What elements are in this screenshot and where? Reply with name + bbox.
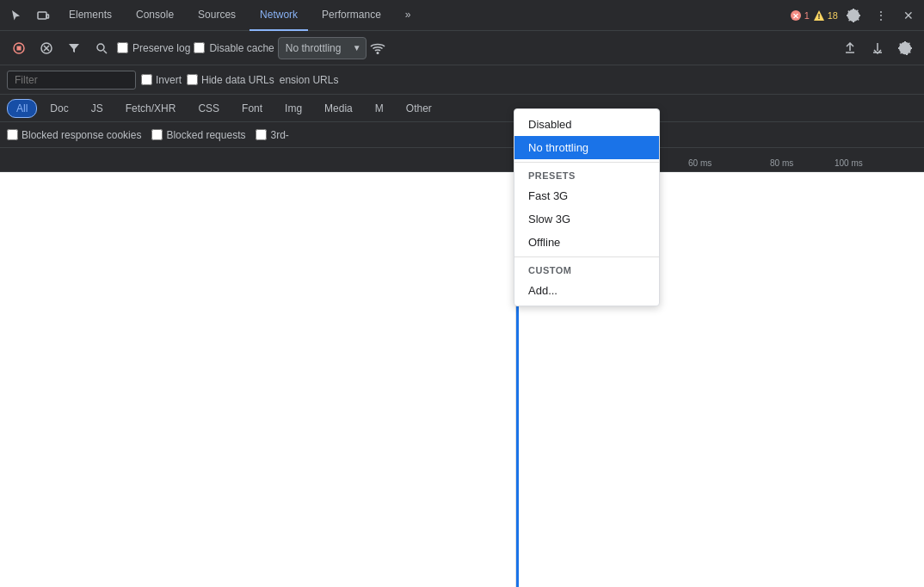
throttle-option-add[interactable]: Add...	[514, 279, 659, 302]
preserve-log-checkbox-label[interactable]: Preserve log	[117, 42, 190, 54]
tab-overflow[interactable]: »	[395, 0, 422, 31]
tab-network[interactable]: Network	[249, 0, 308, 31]
type-filter-other[interactable]: Other	[397, 99, 441, 118]
tick-100ms: 100 ms	[835, 158, 863, 168]
tab-elements[interactable]: Elements	[59, 0, 122, 31]
network-toolbar: Preserve log Disable cache No throttling…	[0, 31, 924, 65]
svg-line-12	[104, 50, 108, 53]
clear-button[interactable]	[34, 36, 59, 60]
cursor-icon[interactable]	[3, 3, 28, 28]
svg-rect-7	[17, 46, 22, 50]
type-filter-m[interactable]: M	[366, 99, 393, 118]
error-badge: ✕ 1	[790, 9, 810, 22]
upload-button[interactable]	[838, 36, 862, 60]
custom-section-label: Custom	[514, 260, 659, 279]
svg-text:✕: ✕	[792, 12, 799, 21]
throttle-option-fast3g[interactable]: Fast 3G	[514, 184, 659, 207]
tab-bar-left: Elements Console Sources Network Perform…	[3, 0, 422, 31]
wifi-icon	[370, 42, 385, 54]
dropdown-divider-2	[514, 256, 659, 257]
type-filter-img[interactable]: Img	[275, 99, 311, 118]
extension-urls-text: ension URLs	[280, 74, 339, 86]
blocked-requests-checkbox[interactable]	[151, 129, 163, 140]
timeline-left-spacer	[0, 148, 516, 171]
invert-checkbox[interactable]	[141, 74, 152, 85]
svg-rect-1	[46, 15, 49, 18]
throttle-select-wrapper: No throttling ▼	[278, 37, 367, 59]
disable-cache-checkbox-label[interactable]: Disable cache	[194, 42, 274, 54]
tab-bar-right: ✕ 1 ! 18 ⋮ ✕	[790, 3, 921, 28]
throttle-option-disabled[interactable]: Disabled	[514, 113, 659, 136]
type-filter-css[interactable]: CSS	[188, 99, 229, 118]
disable-cache-checkbox[interactable]	[194, 42, 205, 53]
more-icon[interactable]: ⋮	[869, 3, 893, 28]
tick-80ms: 80 ms	[770, 158, 793, 168]
throttle-option-offline[interactable]: Offline	[514, 231, 659, 254]
svg-point-13	[377, 52, 379, 53]
download-button[interactable]	[865, 36, 890, 60]
tick-60ms: 60 ms	[688, 158, 711, 168]
blocked-requests-label[interactable]: Blocked requests	[151, 129, 245, 141]
devtools-tab-bar: Elements Console Sources Network Perform…	[0, 0, 924, 31]
content-left	[0, 172, 516, 587]
content-area	[0, 172, 924, 587]
svg-text:!: !	[817, 12, 820, 21]
timeline-header: 20 ms 40 ms 60 ms 80 ms 100 ms	[0, 148, 924, 172]
type-filter-all[interactable]: All	[7, 99, 37, 118]
presets-section-label: Presets	[514, 165, 659, 184]
blocked-row: Blocked response cookies Blocked request…	[0, 122, 924, 148]
third-party-checkbox[interactable]	[256, 129, 267, 140]
hide-data-urls-checkbox-label[interactable]: Hide data URLs	[187, 74, 274, 86]
type-filters-row: All Doc JS Fetch/XHR CSS Font Img Media …	[0, 95, 924, 122]
invert-checkbox-label[interactable]: Invert	[141, 74, 182, 86]
record-stop-button[interactable]	[7, 36, 31, 60]
third-party-label[interactable]: 3rd-	[256, 129, 288, 141]
hide-data-urls-checkbox[interactable]	[187, 74, 198, 85]
type-filter-font[interactable]: Font	[232, 99, 272, 118]
filter-input[interactable]	[7, 71, 136, 90]
type-filter-fetch-xhr[interactable]: Fetch/XHR	[116, 99, 186, 118]
preserve-log-checkbox[interactable]	[117, 42, 128, 53]
warning-badge: ! 18	[813, 9, 838, 22]
responsive-icon[interactable]	[31, 3, 55, 28]
svg-point-11	[97, 44, 104, 51]
throttle-dropdown: Disabled No throttling Presets Fast 3G S…	[514, 108, 660, 306]
throttle-option-no-throttling[interactable]: No throttling	[514, 136, 659, 159]
search-button[interactable]	[89, 36, 114, 60]
close-icon[interactable]: ✕	[896, 3, 921, 28]
throttle-option-slow3g[interactable]: Slow 3G	[514, 207, 659, 231]
throttle-select[interactable]: No throttling	[278, 37, 367, 59]
tab-performance[interactable]: Performance	[311, 0, 391, 31]
settings-icon[interactable]	[841, 3, 865, 28]
filter-icon-button[interactable]	[62, 36, 86, 60]
type-filter-doc[interactable]: Doc	[40, 99, 77, 118]
type-filter-js[interactable]: JS	[82, 99, 113, 118]
blocked-response-cookies-label[interactable]: Blocked response cookies	[7, 129, 141, 141]
filter-row: Invert Hide data URLs ension URLs	[0, 65, 924, 95]
network-settings-button[interactable]	[893, 36, 917, 60]
type-filter-media[interactable]: Media	[315, 99, 362, 118]
svg-rect-0	[38, 12, 46, 19]
dropdown-divider-1	[514, 162, 659, 163]
tab-sources[interactable]: Sources	[188, 0, 246, 31]
blocked-response-cookies-checkbox[interactable]	[7, 129, 18, 140]
tab-console[interactable]: Console	[126, 0, 184, 31]
